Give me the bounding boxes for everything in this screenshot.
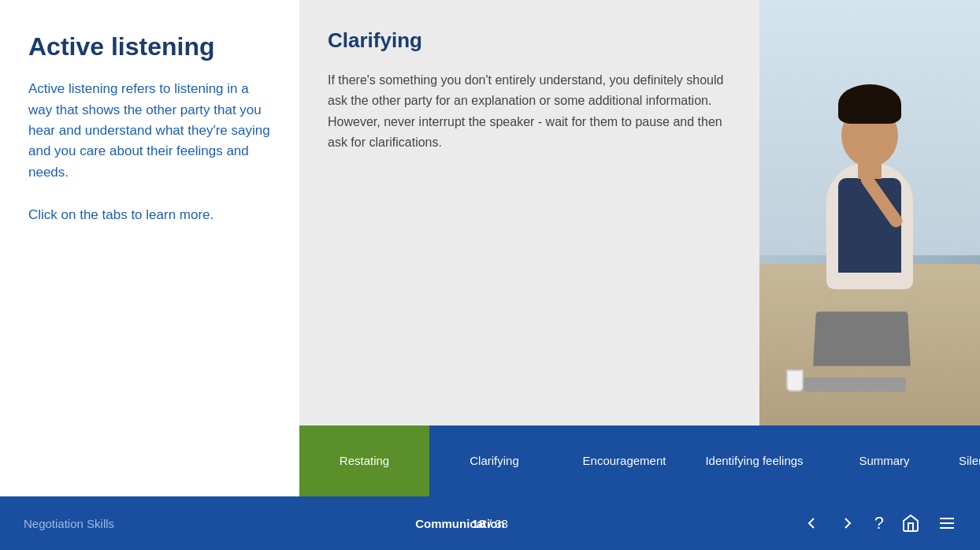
card-image [759, 0, 980, 426]
section-name: Communication [118, 517, 802, 530]
back-button[interactable] [802, 514, 821, 533]
right-panel: Clarifying If there's something you don'… [299, 0, 980, 496]
help-icon: ? [874, 513, 884, 533]
back-arrow-icon [802, 514, 821, 533]
tab-clarifying[interactable]: Clarifying [429, 426, 559, 496]
home-icon [901, 514, 920, 533]
tab-identifying-feelings[interactable]: Identifying feelings [689, 426, 819, 496]
card-title: Clarifying [328, 28, 728, 53]
page-indicator: 18 / 33 [472, 517, 508, 530]
current-page: 18 [472, 517, 485, 530]
page-separator: / [488, 517, 495, 530]
tab-summary[interactable]: Summary [819, 426, 949, 496]
menu-icon [937, 514, 956, 533]
page-title: Active listening [28, 32, 276, 61]
tabs-row: Restating Clarifying Encouragement Ident… [299, 426, 980, 496]
forward-button[interactable] [838, 514, 857, 533]
card-body: If there's something you don't entirely … [328, 70, 728, 154]
bottom-bar: Negotiation Skills Communication 18 / 33… [0, 496, 980, 550]
nav-icons: ? [802, 513, 956, 533]
help-button[interactable]: ? [874, 513, 884, 533]
card-text-area: Clarifying If there's something you don'… [299, 0, 759, 426]
total-pages: 33 [495, 517, 508, 530]
tab-restating[interactable]: Restating [299, 426, 429, 496]
content-card: Clarifying If there's something you don'… [299, 0, 980, 426]
home-button[interactable] [901, 514, 920, 533]
left-panel: Active listening Active listening refers… [0, 0, 299, 496]
menu-button[interactable] [937, 514, 956, 533]
person-image [759, 0, 980, 426]
page-description: Active listening refers to listening in … [28, 79, 276, 183]
page-instruction: Click on the tabs to learn more. [28, 205, 276, 225]
tab-silence[interactable]: Silence [949, 426, 980, 496]
forward-arrow-icon [838, 514, 857, 533]
tab-encouragement[interactable]: Encouragement [559, 426, 689, 496]
